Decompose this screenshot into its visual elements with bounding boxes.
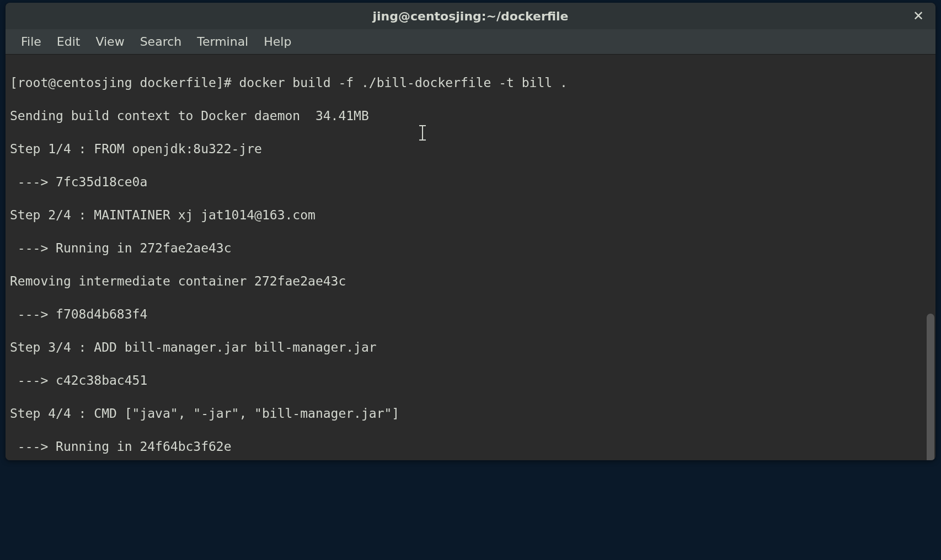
terminal-line: [root@centosjing dockerfile]# docker bui…: [10, 74, 931, 91]
terminal-line: ---> Running in 24f64bc3f62e: [10, 438, 931, 455]
titlebar: jing@centosjing:~/dockerfile ✕: [6, 3, 935, 29]
menu-file[interactable]: File: [13, 30, 49, 53]
terminal-line: Step 2/4 : MAINTAINER xj jat1014@163.com: [10, 207, 931, 223]
menu-search[interactable]: Search: [132, 30, 190, 53]
scrollbar[interactable]: [927, 314, 934, 460]
terminal-line: Removing intermediate container 272fae2a…: [10, 273, 931, 289]
terminal-line: ---> f708d4b683f4: [10, 306, 931, 322]
terminal-content[interactable]: [root@centosjing dockerfile]# docker bui…: [6, 55, 935, 460]
menu-help[interactable]: Help: [256, 30, 299, 53]
text-cursor-icon: [422, 125, 423, 141]
terminal-line: Step 1/4 : FROM openjdk:8u322-jre: [10, 141, 931, 157]
menu-view[interactable]: View: [88, 30, 132, 53]
terminal-line: Step 4/4 : CMD ["java", "-jar", "bill-ma…: [10, 405, 931, 422]
terminal-line: ---> c42c38bac451: [10, 372, 931, 389]
terminal-window: jing@centosjing:~/dockerfile ✕ File Edit…: [6, 3, 935, 460]
terminal-line: Sending build context to Docker daemon 3…: [10, 107, 931, 124]
menu-terminal[interactable]: Terminal: [189, 30, 256, 53]
terminal-line: ---> 7fc35d18ce0a: [10, 174, 931, 190]
terminal-line: ---> Running in 272fae2ae43c: [10, 240, 931, 256]
window-title: jing@centosjing:~/dockerfile: [372, 9, 568, 23]
close-icon[interactable]: ✕: [910, 8, 927, 24]
menubar: File Edit View Search Terminal Help: [6, 29, 935, 55]
terminal-line: Step 3/4 : ADD bill-manager.jar bill-man…: [10, 339, 931, 356]
menu-edit[interactable]: Edit: [49, 30, 88, 53]
